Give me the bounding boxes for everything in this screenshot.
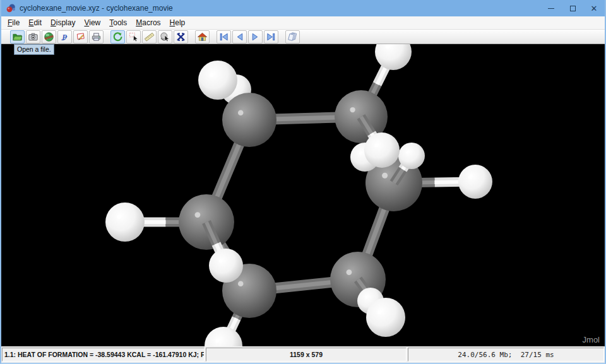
status-frame-info-panel: 1.1: HEAT OF FORMATION = -38.59443 KCAL …	[2, 348, 205, 361]
close-button[interactable]: ✕	[583, 0, 605, 16]
hydrogen-atom-H3b[interactable]	[398, 143, 425, 169]
hydrogen-atom-H2a[interactable]	[375, 44, 412, 70]
frame-info-text: 1.1: HEAT OF FORMATION = -38.59443 KCAL …	[4, 351, 205, 358]
specular-highlight	[238, 281, 244, 287]
close-icon: ✕	[591, 4, 598, 13]
specular-highlight	[382, 173, 388, 179]
menu-macros[interactable]: Macros	[131, 17, 165, 28]
carbon-atom-C1[interactable]	[222, 93, 276, 147]
specular-highlight	[117, 215, 121, 219]
specular-highlight	[347, 269, 352, 275]
axes-x-icon	[175, 32, 186, 42]
menu-display[interactable]: Display	[46, 17, 80, 28]
molecule-scene[interactable]	[1, 44, 605, 346]
menu-file[interactable]: File	[3, 17, 24, 28]
specular-highlight	[365, 296, 367, 298]
previous-frame-icon	[234, 32, 245, 42]
hydrogen-atom-H1a[interactable]	[198, 61, 237, 100]
next-frame-button[interactable]	[248, 30, 263, 44]
hydrogen-atom-H2c[interactable]	[364, 132, 400, 168]
rotate-button[interactable]	[110, 30, 125, 44]
hydrogen-atom-H5a[interactable]	[205, 327, 242, 346]
next-frame-icon	[250, 32, 261, 42]
script-editor-button[interactable]	[73, 30, 88, 44]
specular-highlight	[215, 339, 219, 343]
delete-atoms-button[interactable]	[174, 30, 188, 44]
ruler-icon	[144, 32, 155, 42]
maximize-icon	[570, 6, 576, 11]
minimize-icon	[548, 8, 554, 9]
menu-help[interactable]: Help	[165, 17, 190, 28]
previous-frame-button[interactable]	[232, 30, 247, 44]
recenter-button[interactable]	[158, 30, 172, 44]
minimize-button[interactable]	[540, 0, 562, 16]
last-frame-icon	[266, 32, 276, 42]
printer-icon	[91, 32, 102, 42]
camera-icon	[28, 32, 39, 42]
status-dimensions-panel: 1159 x 579	[206, 348, 407, 361]
globe-www-icon: WWW	[44, 32, 54, 42]
hydrogen-atom-H3a[interactable]	[458, 165, 492, 199]
last-frame-button[interactable]	[264, 30, 278, 44]
status-bar: 1.1: HEAT OF FORMATION = -38.59443 KCAL …	[1, 346, 605, 363]
performance-text: 24.0/56.6 Mb; 27/15 ms	[458, 351, 554, 359]
povray-render-button[interactable]: P	[57, 30, 72, 44]
hydrogen-atom-H4a[interactable]	[366, 298, 405, 337]
print-button[interactable]	[89, 30, 104, 44]
screenshot-button[interactable]	[26, 30, 40, 44]
toolbar: WWWP	[1, 30, 605, 44]
first-frame-button[interactable]	[217, 30, 231, 44]
specular-highlight	[195, 212, 201, 218]
molecule-viewport[interactable]: Open a file. Jmol	[1, 44, 605, 346]
dimensions-text: 1159 x 579	[290, 351, 323, 358]
specular-highlight	[374, 144, 378, 148]
hydrogen-atom-H6a[interactable]	[105, 203, 145, 242]
menu-bar: FileEditDisplayViewToolsMacrosHelp	[1, 16, 605, 30]
specular-highlight	[210, 73, 213, 77]
select-atoms-button[interactable]	[126, 30, 141, 44]
home-button[interactable]	[195, 30, 210, 44]
specular-highlight	[350, 107, 355, 112]
frame-list-button[interactable]	[285, 30, 300, 44]
specular-highlight	[406, 151, 408, 153]
jmol-logo-icon	[6, 3, 16, 13]
select-icon	[128, 32, 139, 42]
status-performance-panel: 24.0/56.6 Mb; 27/15 ms	[408, 348, 604, 361]
folder-open-icon	[12, 32, 23, 42]
menu-edit[interactable]: Edit	[24, 17, 46, 28]
specular-highlight	[359, 152, 362, 155]
console-icon	[75, 32, 86, 42]
measure-button[interactable]	[142, 30, 157, 44]
menu-tools[interactable]: Tools	[105, 17, 131, 28]
jmol-watermark: Jmol	[583, 335, 600, 344]
specular-highlight	[219, 259, 222, 262]
specular-highlight	[386, 45, 389, 49]
hydrogen-atom-H5b[interactable]	[209, 249, 243, 283]
menu-view[interactable]: View	[80, 17, 105, 28]
specular-highlight	[377, 310, 381, 314]
window-controls: ✕	[540, 0, 605, 16]
first-frame-icon	[218, 32, 229, 42]
povray-icon: P	[59, 32, 70, 42]
open-button[interactable]	[10, 30, 25, 44]
specular-highlight	[468, 175, 472, 179]
home-icon	[197, 32, 208, 42]
recenter-icon	[160, 32, 170, 42]
open-file-tooltip: Open a file.	[14, 44, 54, 55]
export-web-button[interactable]: WWW	[42, 30, 56, 44]
pages-icon	[287, 32, 298, 42]
titlebar: cyclohexane_movie.xyz - cyclohexane_movi…	[1, 0, 605, 16]
maximize-button[interactable]	[562, 0, 583, 16]
window-title: cyclohexane_movie.xyz - cyclohexane_movi…	[20, 4, 173, 13]
specular-highlight	[238, 110, 244, 116]
rotate-icon	[112, 32, 123, 42]
jmol-window: cyclohexane_movie.xyz - cyclohexane_movi…	[0, 0, 606, 364]
